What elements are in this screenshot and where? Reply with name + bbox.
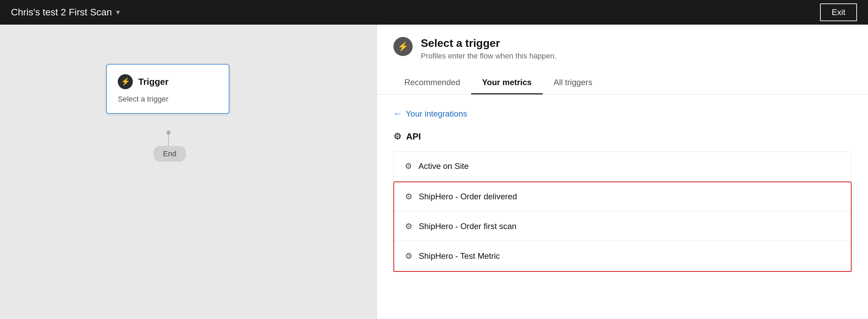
metric-gear-icon-active: ⚙	[405, 161, 412, 171]
metric-label-shiphero-delivered: ShipHero - Order delivered	[419, 192, 517, 201]
metric-item-active-on-site[interactable]: ⚙ Active on Site	[393, 151, 852, 181]
metric-gear-icon-testmetric: ⚙	[405, 251, 413, 261]
trigger-node-icon: ⚡	[118, 74, 133, 89]
trigger-node-header: ⚡ Trigger	[118, 74, 218, 89]
trigger-node[interactable]: ⚡ Trigger Select a trigger	[106, 64, 229, 114]
tab-all-triggers[interactable]: All triggers	[543, 71, 603, 94]
end-node: End	[153, 146, 186, 162]
canvas-area: ⚡ Trigger Select a trigger End	[0, 25, 377, 319]
app-title: Chris's test 2 First Scan	[11, 7, 112, 18]
back-link[interactable]: ← Your integrations	[393, 108, 852, 119]
trigger-node-title: Trigger	[138, 77, 168, 87]
panel-header-top: ⚡ Select a trigger Profiles enter the fl…	[393, 37, 852, 61]
tab-your-metrics[interactable]: Your metrics	[471, 71, 543, 94]
panel-body: ← Your integrations ⚙ API ⚙ Active on Si…	[377, 95, 868, 319]
panel-header: ⚡ Select a trigger Profiles enter the fl…	[377, 25, 868, 95]
metric-gear-icon-delivered: ⚙	[405, 192, 413, 201]
panel-header-text: Select a trigger Profiles enter the flow…	[421, 37, 556, 61]
api-gear-icon: ⚙	[393, 131, 401, 142]
exit-button[interactable]: Exit	[820, 3, 857, 21]
main-area: ⚡ Trigger Select a trigger End ⚡ Select …	[0, 25, 868, 319]
tab-recommended[interactable]: Recommended	[393, 71, 471, 94]
metric-item-shiphero-firstscan[interactable]: ⚙ ShipHero - Order first scan	[394, 212, 851, 241]
right-panel: ⚡ Select a trigger Profiles enter the fl…	[377, 25, 868, 319]
metric-label-active-on-site: Active on Site	[418, 161, 469, 171]
title-chevron-icon[interactable]: ▾	[116, 8, 120, 17]
panel-title: Select a trigger	[421, 37, 556, 50]
panel-tabs: Recommended Your metrics All triggers	[393, 71, 852, 94]
connector-dot	[166, 131, 171, 135]
api-section-header: ⚙ API	[393, 131, 852, 142]
top-bar: Chris's test 2 First Scan ▾ Exit	[0, 0, 868, 25]
api-section-label: API	[406, 131, 421, 142]
back-link-label: Your integrations	[406, 109, 467, 119]
red-group: ⚙ ShipHero - Order delivered ⚙ ShipHero …	[393, 182, 852, 272]
back-arrow-icon: ←	[393, 108, 402, 119]
metric-label-shiphero-firstscan: ShipHero - Order first scan	[419, 222, 516, 231]
metric-gear-icon-firstscan: ⚙	[405, 222, 413, 231]
metric-item-shiphero-testmetric[interactable]: ⚙ ShipHero - Test Metric	[394, 242, 851, 270]
app-title-area: Chris's test 2 First Scan ▾	[11, 7, 120, 18]
trigger-node-subtitle: Select a trigger	[118, 95, 218, 104]
metric-label-shiphero-testmetric: ShipHero - Test Metric	[419, 251, 500, 261]
metric-item-shiphero-delivered[interactable]: ⚙ ShipHero - Order delivered	[394, 182, 851, 211]
panel-subtitle: Profiles enter the flow when this happen…	[421, 52, 556, 61]
panel-trigger-icon: ⚡	[393, 37, 413, 56]
